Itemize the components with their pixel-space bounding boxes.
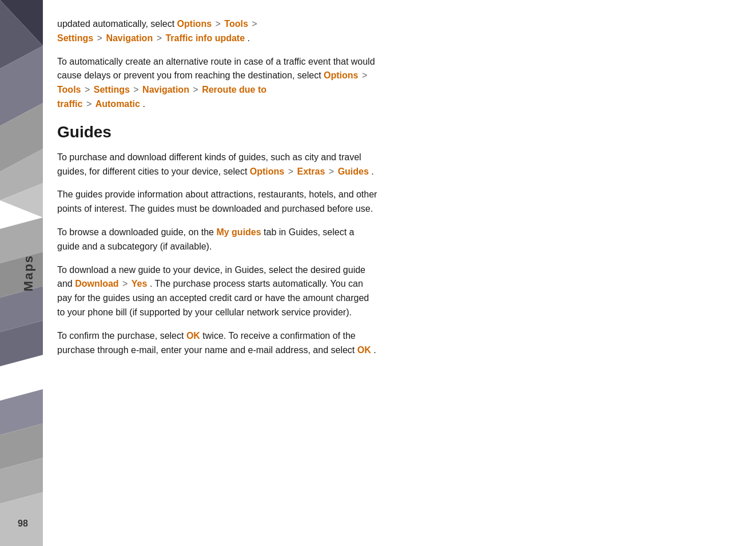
intro-text: updated automatically, select [57, 19, 177, 29]
option-extras: Extras [297, 167, 325, 176]
guides-section-title: Guides [57, 123, 379, 141]
option-options-1: Options [177, 19, 212, 29]
sep-11: > [329, 167, 337, 176]
option-navigation-1: Navigation [106, 33, 153, 43]
period-3: . [371, 167, 373, 176]
option-yes: Yes [132, 279, 148, 288]
option-ok-1: OK [186, 331, 200, 341]
option-ok-2: OK [357, 345, 371, 355]
option-settings-2: Settings [94, 85, 130, 94]
sep-6: > [85, 85, 93, 94]
intro-paragraph: updated automatically, select Options > … [57, 17, 379, 46]
sep-7: > [133, 85, 141, 94]
left-sidebar: Maps 98 [0, 0, 46, 546]
guides-my-guides-link: My guides [216, 227, 261, 237]
guides-para2: The guides provide information about att… [57, 188, 379, 216]
option-navigation-2: Navigation [142, 85, 189, 94]
guides-para5-prefix: To confirm the purchase, select [57, 331, 186, 341]
reroute-paragraph: To automatically create an alternative r… [57, 55, 379, 112]
sep-8: > [193, 85, 201, 94]
option-settings-1: Settings [57, 33, 93, 43]
sep-9: > [86, 99, 94, 109]
sep-5: > [362, 70, 367, 80]
main-content: updated automatically, select Options > … [46, 0, 413, 546]
guides-para3-prefix: To browse a downloaded guide, on the [57, 227, 216, 237]
guides-para5-end: . [373, 345, 376, 355]
right-space [413, 0, 756, 546]
option-download: Download [75, 279, 118, 288]
guides-para1: To purchase and download different kinds… [57, 151, 379, 179]
option-traffic-update: Traffic info update [165, 33, 245, 43]
sep-2: > [252, 19, 257, 29]
guides-para4: To download a new guide to your device, … [57, 263, 379, 320]
sep-3: > [97, 33, 105, 43]
period-1: . [248, 33, 250, 43]
page-number: 98 [18, 519, 28, 529]
guides-para3: To browse a downloaded guide, on the My … [57, 225, 379, 254]
sep-4: > [157, 33, 165, 43]
sep-1: > [216, 19, 224, 29]
sep-10: > [288, 167, 296, 176]
sep-12: > [122, 279, 130, 288]
option-options-2: Options [324, 70, 358, 80]
option-options-3: Options [250, 167, 284, 176]
option-tools-2: Tools [57, 85, 81, 94]
option-tools-1: Tools [224, 19, 248, 29]
sidebar-maps-label: Maps [21, 255, 36, 291]
guides-para5: To confirm the purchase, select OK twice… [57, 329, 379, 358]
option-automatic: Automatic [96, 99, 140, 109]
page-container: Maps 98 updated automatically, select Op… [0, 0, 756, 546]
option-guides: Guides [338, 167, 369, 176]
period-2: . [142, 99, 145, 109]
